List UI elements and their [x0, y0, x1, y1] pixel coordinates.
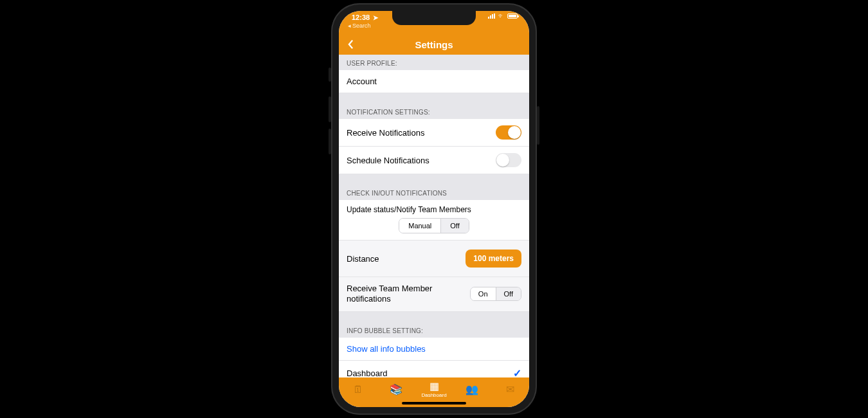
tab-team[interactable]: 👥 — [453, 377, 491, 402]
status-breadcrumb[interactable]: Search — [348, 23, 371, 29]
team-icon: 👥 — [466, 385, 478, 395]
section-info-bubble: INFO BUBBLE SETTING: — [339, 322, 529, 338]
row-receive-label: Receive Notifications — [347, 128, 424, 138]
phone-frame: 12:38 ➤ Search ᯤ Settings USER PROFILE: … — [331, 3, 537, 415]
battery-icon — [507, 14, 518, 19]
status-right: ᯤ — [488, 14, 518, 19]
segment-team-off[interactable]: Off — [496, 287, 521, 300]
side-switch — [329, 68, 331, 82]
tab-dashboard[interactable]: ▦ Dashboard — [415, 377, 453, 402]
section-checkin: CHECK IN/OUT NOTIFICATIONS — [339, 185, 529, 200]
library-icon: 📚 — [390, 385, 402, 395]
back-button[interactable] — [344, 38, 357, 51]
notch — [392, 11, 476, 25]
tab-mail[interactable]: ✉ — [491, 377, 529, 402]
row-team-notifications: Receive Team Member notifications On Off — [339, 277, 529, 312]
tab-library[interactable]: 📚 — [377, 377, 415, 402]
status-time: 12:38 ➤ — [352, 14, 378, 21]
mail-icon: ✉ — [506, 385, 514, 395]
settings-content[interactable]: USER PROFILE: Account NOTIFICATION SETTI… — [339, 55, 529, 377]
wifi-icon: ᯤ — [498, 14, 505, 19]
row-schedule-label: Schedule Notifications — [347, 156, 429, 165]
row-team-label: Receive Team Member notifications — [347, 284, 443, 305]
row-update-status-label: Update status/Notify Team Members — [347, 205, 521, 214]
row-account-label: Account — [347, 77, 377, 86]
row-distance-label: Distance — [347, 254, 379, 264]
volume-up-button — [329, 96, 331, 122]
segment-option-manual[interactable]: Manual — [399, 219, 440, 233]
row-receive-notifications: Receive Notifications — [339, 119, 529, 147]
row-bubble-dashboard[interactable]: Dashboard ✓ — [339, 361, 529, 378]
row-update-status: Update status/Notify Team Members Manual… — [339, 200, 529, 241]
volume-down-button — [329, 129, 331, 154]
row-account[interactable]: Account — [339, 70, 529, 93]
toggle-schedule-notifications[interactable] — [496, 153, 521, 167]
signal-icon — [488, 14, 496, 19]
row-bubble-dashboard-label: Dashboard — [347, 368, 388, 378]
status-time-text: 12:38 — [352, 14, 370, 21]
segment-team-notifications[interactable]: On Off — [470, 287, 521, 301]
page-title: Settings — [415, 39, 453, 50]
row-show-all-bubbles[interactable]: Show all info bubbles — [339, 338, 529, 361]
gap — [339, 93, 529, 104]
section-notification-settings: NOTIFICATION SETTINGS: — [339, 104, 529, 119]
screen: 12:38 ➤ Search ᯤ Settings USER PROFILE: … — [339, 11, 529, 407]
gap — [339, 174, 529, 185]
segment-update-status[interactable]: Manual Off — [399, 218, 469, 233]
chevron-left-icon — [347, 39, 354, 50]
distance-button[interactable]: 100 meters — [466, 250, 521, 268]
check-icon: ✓ — [513, 367, 521, 378]
gap — [339, 312, 529, 322]
section-user-profile: USER PROFILE: — [339, 55, 529, 70]
nav-bar: Settings — [339, 34, 529, 55]
tab-dashboard-label: Dashboard — [421, 392, 446, 398]
segment-team-on[interactable]: On — [471, 287, 496, 300]
link-show-all-bubbles[interactable]: Show all info bubbles — [347, 344, 426, 354]
power-button — [537, 106, 539, 145]
row-distance: Distance 100 meters — [339, 241, 529, 277]
tab-calculator[interactable]: 🗓 — [339, 377, 377, 402]
home-indicator[interactable] — [402, 402, 466, 404]
segment-option-off[interactable]: Off — [440, 219, 468, 233]
toggle-receive-notifications[interactable] — [496, 125, 521, 140]
location-icon: ➤ — [373, 14, 378, 21]
dashboard-icon: ▦ — [429, 381, 439, 392]
calculator-icon: 🗓 — [353, 385, 363, 395]
row-schedule-notifications: Schedule Notifications — [339, 147, 529, 174]
